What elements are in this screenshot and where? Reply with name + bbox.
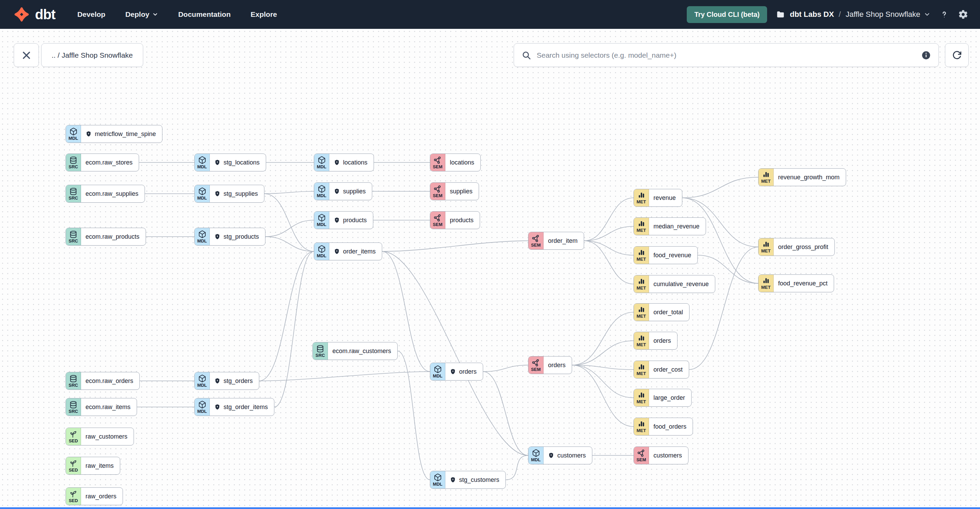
graph-node-stg_orders[interactable]: MDLstg_orders [194, 372, 259, 390]
graph-node-stg_order_items[interactable]: MDLstg_order_items [194, 398, 274, 416]
node-label: stg_locations [224, 159, 259, 166]
nav-item-documentation[interactable]: Documentation [178, 10, 231, 19]
info-icon[interactable] [921, 51, 931, 60]
graph-node-met_cumulative_revenue[interactable]: METcumulative_revenue [633, 275, 715, 293]
graph-node-sem_supplies[interactable]: SEMsupplies [430, 182, 479, 200]
graph-node-met_orders[interactable]: METorders [633, 332, 678, 350]
graph-node-met_median_revenue[interactable]: METmedian_revenue [633, 217, 706, 235]
graph-node-sem_customers[interactable]: SEMcustomers [633, 447, 689, 464]
graph-node-mdl_customers[interactable]: MDLcustomers [528, 447, 592, 464]
try-cloud-cli-button[interactable]: Try Cloud CLI (beta) [687, 6, 767, 23]
node-body: locations [445, 154, 480, 171]
node-body: median_revenue [649, 218, 706, 235]
graph-node-met_revenue_growth_mom[interactable]: METrevenue_growth_mom [758, 168, 846, 186]
node-label: supplies [343, 188, 366, 195]
node-type-label: MET [636, 371, 646, 376]
node-label: food_orders [654, 423, 686, 430]
node-body: food_revenue [649, 247, 697, 264]
cube-icon [434, 365, 442, 373]
account-name[interactable]: dbt Labs DX [790, 10, 834, 19]
node-type-badge-mdl: MDL [314, 154, 329, 171]
node-type-badge-sem: SEM [528, 232, 544, 249]
graph-node-met_order_total[interactable]: METorder_total [633, 303, 689, 321]
graph-node-mdl_locations[interactable]: MDLlocations [314, 154, 374, 172]
node-label: locations [343, 159, 368, 166]
shield-icon [214, 378, 220, 384]
dbt-logo[interactable]: dbt [12, 5, 55, 24]
graph-node-metricflow_time_spine[interactable]: MDLmetricflow_time_spine [65, 125, 162, 143]
node-type-label: MET [636, 314, 646, 318]
node-type-badge-mdl: MDL [195, 154, 210, 171]
shield-icon [334, 188, 340, 194]
graph-node-sed_raw_items[interactable]: SEDraw_items [65, 457, 120, 475]
graph-node-sem_products[interactable]: SEMproducts [430, 211, 480, 229]
edge-layer [0, 29, 980, 509]
shield-icon [450, 369, 456, 375]
graph-node-sed_raw_customers[interactable]: SEDraw_customers [65, 428, 134, 445]
folder-icon [776, 10, 785, 19]
graph-node-mdl_supplies[interactable]: MDLsupplies [314, 182, 372, 200]
graph-node-src_raw_supplies[interactable]: SRCecom.raw_supplies [65, 185, 145, 203]
graph-node-sem_order_item[interactable]: SEMorder_item [528, 232, 584, 250]
node-type-label: SRC [315, 353, 325, 358]
graph-node-sem_orders[interactable]: SEMorders [528, 356, 572, 374]
graph-node-src_raw_orders[interactable]: SRCecom.raw_orders [65, 372, 140, 390]
graph-node-src_raw_items[interactable]: SRCecom.raw_items [65, 398, 137, 416]
node-body: stg_products [210, 228, 265, 245]
graph-node-stg_locations[interactable]: MDLstg_locations [194, 154, 266, 172]
lineage-breadcrumb[interactable]: .. / Jaffle Shop Snowflake [41, 43, 143, 67]
graph-node-mdl_orders[interactable]: MDLorders [430, 363, 483, 380]
nav-item-deploy[interactable]: Deploy [125, 10, 158, 19]
nav-item-explore[interactable]: Explore [251, 10, 277, 19]
node-label: order_gross_profit [778, 243, 828, 251]
graph-node-met_order_gross_profit[interactable]: METorder_gross_profit [758, 238, 835, 256]
node-type-badge-sed: SED [66, 488, 81, 505]
edge-stg_orders-to-mdl_orders [259, 372, 430, 381]
database-icon [69, 401, 77, 409]
selector-search-input[interactable] [537, 51, 916, 59]
graph-node-src_raw_products[interactable]: SRCecom.raw_products [65, 228, 146, 246]
help-icon[interactable] [939, 10, 949, 19]
project-selector[interactable]: Jaffle Shop Snowflake [846, 10, 931, 19]
graph-node-stg_supplies[interactable]: MDLstg_supplies [194, 185, 264, 203]
node-label: revenue [654, 194, 676, 202]
node-label: orders [654, 337, 671, 345]
graph-node-met_food_revenue[interactable]: METfood_revenue [633, 246, 698, 264]
graph-node-src_raw_customers[interactable]: SRCecom.raw_customers [312, 342, 398, 360]
cube-icon [198, 374, 206, 383]
lineage-canvas[interactable]: .. / Jaffle Shop Snowflake MDLmetricflow… [0, 29, 980, 509]
node-type-badge-met: MET [634, 332, 649, 349]
nav-item-develop[interactable]: Develop [77, 10, 105, 19]
close-lineage-button[interactable] [14, 43, 39, 67]
graph-node-stg_products[interactable]: MDLstg_products [194, 228, 266, 246]
graph-node-met_revenue[interactable]: METrevenue [633, 189, 682, 207]
database-icon [69, 188, 77, 196]
graph-node-stg_customers[interactable]: MDLstg_customers [430, 471, 506, 489]
refresh-lineage-button[interactable] [945, 43, 969, 67]
graph-node-met_food_orders[interactable]: METfood_orders [633, 418, 693, 436]
cube-icon [198, 401, 206, 409]
node-type-label: MDL [531, 458, 541, 462]
edge-met_revenue-to-met_food_revenue_pct [682, 198, 758, 283]
graph-node-met_order_cost[interactable]: METorder_cost [633, 361, 689, 379]
node-type-badge-sem: SEM [430, 183, 445, 200]
edge-sem_orders-to-met_order_total [572, 312, 633, 365]
graph-node-mdl_products[interactable]: MDLproducts [314, 211, 373, 229]
node-label: stg_products [224, 233, 259, 240]
node-type-badge-src: SRC [66, 185, 81, 202]
graph-node-met_large_order[interactable]: METlarge_order [633, 389, 692, 407]
node-label: raw_items [86, 462, 114, 469]
node-body: food_revenue_pct [774, 275, 834, 292]
graph-node-sem_locations[interactable]: SEMlocations [430, 154, 481, 172]
graph-node-mdl_order_items[interactable]: MDLorder_items [314, 242, 382, 260]
node-type-badge-met: MET [634, 247, 649, 264]
graph-node-src_raw_stores[interactable]: SRCecom.raw_stores [65, 154, 139, 172]
gear-icon[interactable] [958, 9, 968, 19]
chart-icon [762, 277, 770, 285]
graph-node-sed_raw_orders[interactable]: SEDraw_orders [65, 487, 123, 505]
node-type-badge-mdl: MDL [430, 471, 445, 488]
node-type-label: SEM [433, 222, 442, 227]
node-type-label: MDL [68, 136, 78, 140]
graph-node-met_food_revenue_pct[interactable]: METfood_revenue_pct [758, 274, 834, 292]
cube-icon [434, 473, 442, 482]
